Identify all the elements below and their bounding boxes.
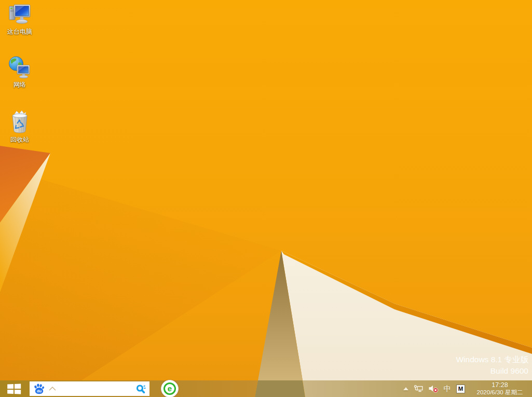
taskbar: du e [0, 380, 532, 397]
network-tray-icon[interactable] [414, 385, 424, 393]
svg-text:du: du [37, 389, 42, 393]
desktop-icon-label: 这台电脑 [7, 28, 32, 36]
desktop-icon-label: 回收站 [10, 135, 29, 144]
desktop-icon-recycle-bin[interactable]: 回收站 [2, 109, 38, 144]
desktop-wallpaper [0, 0, 532, 380]
start-button[interactable] [3, 380, 24, 397]
system-tray: 中 M 17:28 2020/6/30 星期二 [403, 380, 530, 397]
browser-360-icon[interactable]: e [161, 380, 179, 397]
clock-time: 17:28 [471, 381, 528, 389]
recycle-bin-icon [8, 109, 31, 134]
browser-360-e-glyph: e [168, 385, 172, 392]
taskbar-search-box[interactable]: du [30, 381, 149, 396]
tray-expand-icon[interactable] [403, 387, 408, 390]
desktop-icon-network[interactable]: 网络 [2, 56, 38, 89]
windows-desktop: 这台电脑 网络 [0, 0, 532, 397]
browser-360-ring: e [163, 382, 176, 395]
volume-muted-icon[interactable] [429, 385, 439, 393]
taskbar-clock[interactable]: 17:28 2020/6/30 星期二 [471, 381, 530, 396]
search-icon[interactable] [135, 383, 147, 395]
clock-date: 2020/6/30 星期二 [471, 389, 528, 396]
baidu-icon[interactable]: du [33, 383, 45, 395]
watermark-build: Build 9600 [456, 365, 528, 377]
network-icon [8, 56, 32, 79]
this-pc-icon [7, 3, 32, 26]
search-input[interactable] [56, 383, 135, 394]
chevron-up-icon[interactable] [49, 387, 56, 391]
watermark-edition: Windows 8.1 专业版 [456, 354, 528, 365]
ime-mode-icon[interactable]: M [456, 385, 465, 393]
ime-language-indicator[interactable]: 中 [444, 384, 452, 394]
desktop-icon-this-pc[interactable]: 这台电脑 [2, 3, 38, 36]
desktop-icon-label: 网络 [13, 80, 26, 89]
windows-watermark: Windows 8.1 专业版 Build 9600 [456, 354, 528, 377]
windows-logo-icon [7, 384, 21, 394]
